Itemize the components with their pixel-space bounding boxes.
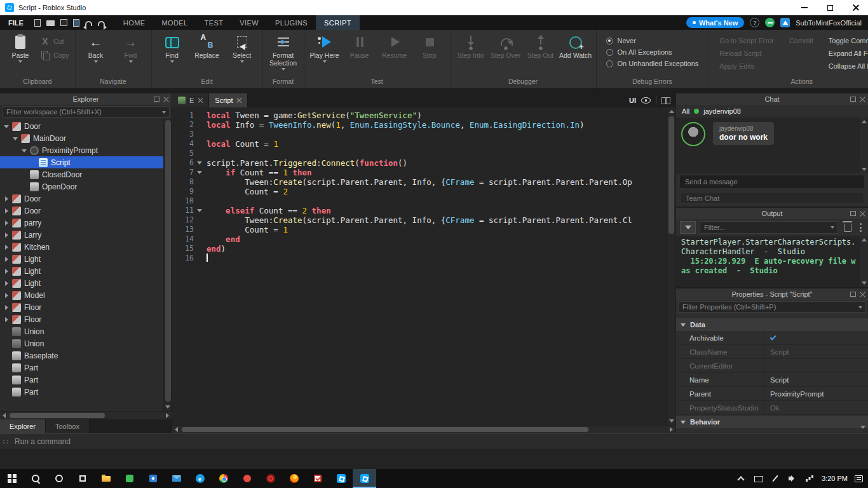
commit-button[interactable]: Commit <box>789 37 813 44</box>
radio-on-all-exceptions[interactable]: On All Exceptions <box>606 48 699 56</box>
float-panel-icon[interactable] <box>850 211 856 216</box>
editor-tab-script[interactable]: Script <box>209 93 248 107</box>
ribbon-tab-home[interactable]: HOME <box>115 15 154 30</box>
tree-item-door[interactable]: Door <box>0 205 163 217</box>
tree-item-larry[interactable]: Larry <box>0 229 163 241</box>
fold-arrow-icon[interactable] <box>197 209 202 212</box>
taskbar-media-red-button[interactable] <box>235 469 259 488</box>
chevron-right-icon[interactable] <box>4 304 10 311</box>
chevron-right-icon[interactable] <box>4 232 10 238</box>
stop-button[interactable]: Stop <box>412 32 447 59</box>
radio-on-unhandled-exceptions[interactable]: On Unhandled Exceptions <box>606 60 699 67</box>
tree-item-proximityprompt[interactable]: ProximityPrompt <box>0 144 163 156</box>
apply-edits-button[interactable]: Apply Edits <box>719 62 774 70</box>
panel-tab-explorer[interactable]: Explorer <box>0 419 46 433</box>
ui-toggle-label[interactable]: UI <box>629 97 636 104</box>
taskbar-cortana-button[interactable] <box>47 469 71 488</box>
chevron-down-icon[interactable] <box>13 135 19 142</box>
code-line[interactable]: 16 <box>172 254 667 263</box>
output-filter-funnel-button[interactable] <box>680 221 696 234</box>
scroll-left-icon[interactable] <box>0 412 8 420</box>
tray-expand-icon[interactable] <box>736 473 746 484</box>
back-button[interactable]: Back <box>79 32 113 63</box>
fwd-button[interactable]: Fwd <box>114 32 148 63</box>
radio-never[interactable]: Never <box>606 37 699 44</box>
open-icon[interactable] <box>46 20 55 26</box>
taskbar-task-view-button[interactable] <box>71 469 94 488</box>
tree-item-light[interactable]: Light <box>0 265 163 277</box>
taskbar-chrome-button[interactable] <box>212 469 235 488</box>
code-line[interactable]: 8 Tween:Create(script.Parent.Parent, Inf… <box>172 177 667 187</box>
explorer-filter-input[interactable]: Filter workspace (Ctrl+Shift+X) <box>2 106 170 118</box>
step-out-button[interactable]: Step Out <box>524 32 558 59</box>
property-value[interactable] <box>765 331 868 344</box>
tree-item-union[interactable]: Union <box>0 337 163 349</box>
clear-output-icon[interactable] <box>844 224 851 232</box>
taskbar-edge-button[interactable] <box>188 469 212 488</box>
taskbar-clock[interactable]: 3:20 PM <box>822 475 848 482</box>
taskbar-search-button[interactable] <box>24 469 47 488</box>
output-filter-dropdown[interactable]: Filter... <box>700 221 838 234</box>
chevron-right-icon[interactable] <box>4 196 10 202</box>
chevron-right-icon[interactable] <box>4 292 10 299</box>
scroll-right-icon[interactable] <box>163 412 172 420</box>
find-button[interactable]: Find <box>155 32 189 63</box>
close-panel-icon[interactable] <box>860 97 865 102</box>
username[interactable]: SubToMintFoxOfficial <box>796 19 862 27</box>
tree-item-part[interactable]: Part <box>0 362 163 374</box>
property-value[interactable]: Script <box>765 373 868 386</box>
taskbar-file-explorer-button[interactable] <box>94 469 118 488</box>
add-watch-button[interactable]: Add Watch <box>559 32 593 59</box>
float-panel-icon[interactable] <box>850 292 856 297</box>
split-view-icon[interactable] <box>661 97 670 104</box>
chevron-right-icon[interactable] <box>4 208 10 214</box>
scroll-up-icon[interactable] <box>860 118 868 126</box>
go-to-script-error-button[interactable]: Go to Script Error <box>719 37 774 44</box>
code-line[interactable]: 13 Count = 1 <box>172 225 667 234</box>
tree-item-part[interactable]: Part <box>0 386 163 398</box>
undo-icon[interactable] <box>85 21 92 26</box>
copy-button[interactable]: Copy <box>41 51 69 60</box>
ribbon-tab-plugins[interactable]: PLUGINS <box>267 15 316 30</box>
tree-item-parry[interactable]: parry <box>0 217 163 229</box>
code-line[interactable]: 11 elseif Count == 2 then <box>172 206 667 215</box>
chevron-right-icon[interactable] <box>4 316 10 323</box>
chevron-down-icon[interactable] <box>22 147 28 154</box>
property-value[interactable]: ProximityPrompt <box>765 387 868 400</box>
output-log[interactable]: StarterPlayer.StarterCharacterScripts.Ch… <box>676 236 868 287</box>
taskbar-photos-button[interactable] <box>141 469 165 488</box>
chevron-right-icon[interactable] <box>4 280 10 287</box>
tray-network-icon[interactable] <box>804 473 815 484</box>
whats-new-button[interactable]: What's New <box>686 17 744 28</box>
code-line[interactable]: 1local Tween = game:GetService("TweenSer… <box>172 111 667 120</box>
code-line[interactable]: 5 <box>172 149 667 158</box>
paste-icon[interactable] <box>73 19 79 27</box>
scroll-up-icon[interactable] <box>667 107 675 116</box>
scrollbar-thumb[interactable] <box>10 413 105 418</box>
output-entry[interactable]: StarterPlayer.StarterCharacterScripts.Ch… <box>681 238 858 257</box>
command-bar[interactable]: Run a command <box>0 433 868 449</box>
drag-grip-icon[interactable] <box>3 440 10 444</box>
minimize-button[interactable] <box>792 0 817 15</box>
command-input[interactable]: Run a command <box>15 437 71 446</box>
chevron-right-icon[interactable] <box>4 220 10 226</box>
scrollbar-thumb[interactable] <box>182 427 588 432</box>
scroll-down-icon[interactable] <box>858 423 867 431</box>
code-line[interactable]: 7 if Count == 1 then <box>172 168 667 177</box>
output-entry[interactable]: 15:20:29.929 E auto-recovery file was cr… <box>681 257 858 276</box>
chat-scrollbar[interactable] <box>860 118 868 173</box>
share-icon[interactable] <box>780 18 790 27</box>
save-icon[interactable] <box>60 19 67 26</box>
close-tab-icon[interactable] <box>198 98 203 103</box>
output-scrollbar[interactable] <box>860 236 868 287</box>
tree-item-kitchen[interactable]: Kitchen <box>0 241 163 253</box>
collapse-all-folds-button[interactable]: Collapse All Folds <box>829 62 868 70</box>
taskbar-start-button[interactable] <box>0 469 24 488</box>
tree-item-closeddoor[interactable]: ClosedDoor <box>0 168 163 180</box>
chat-channel-bar[interactable]: All jaydenvip08 <box>676 105 868 118</box>
tree-item-part[interactable]: Part <box>0 374 163 386</box>
scroll-down-icon[interactable] <box>860 165 868 173</box>
explorer-vertical-scrollbar[interactable] <box>163 119 172 411</box>
code-line[interactable]: 15end) <box>172 244 667 254</box>
scroll-right-icon[interactable] <box>667 426 675 434</box>
